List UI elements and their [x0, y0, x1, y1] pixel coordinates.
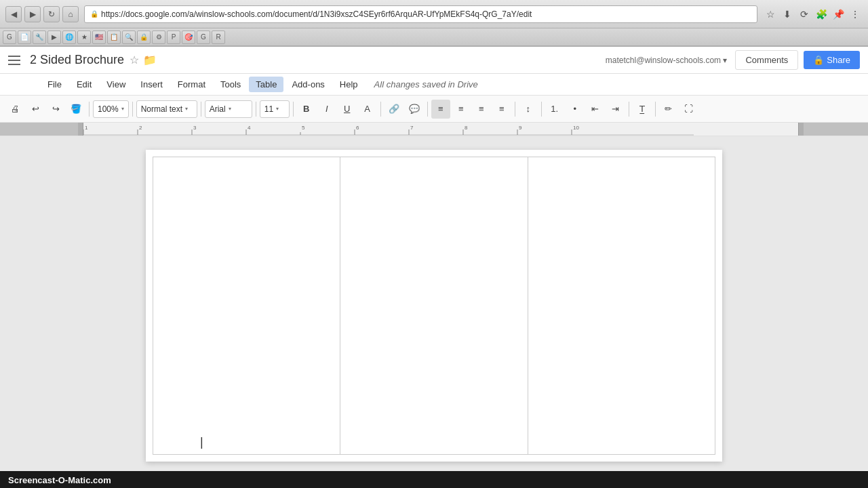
menu-help[interactable]: Help [333, 77, 365, 92]
align-right-button[interactable]: ≡ [472, 100, 491, 119]
ext-icon-11[interactable]: ⚙ [152, 30, 165, 44]
ext-icon-2[interactable]: 📄 [18, 30, 31, 44]
save-status: All changes saved in Drive [374, 79, 478, 89]
docs-menubar: File Edit View Insert Format Tools Table… [0, 74, 868, 96]
ext-icon-12[interactable]: P [167, 30, 180, 44]
pen-button[interactable]: ✏ [659, 100, 678, 119]
numbered-list-button[interactable]: 1. [545, 100, 564, 119]
download-icon[interactable]: ⬇ [780, 7, 795, 22]
italic-button[interactable]: I [317, 100, 336, 119]
toolbar-divider-1 [89, 102, 90, 117]
ext-icon-5[interactable]: 🌐 [62, 30, 76, 44]
home-button[interactable]: ⌂ [62, 6, 79, 22]
font-arrow-icon: ▾ [229, 106, 231, 112]
favorite-star-icon[interactable]: ☆ [130, 54, 139, 66]
browser-chrome: ◀ ▶ ↻ ⌂ 🔒 https://docs.google.com/a/wins… [0, 0, 868, 47]
menu-edit[interactable]: Edit [70, 77, 98, 92]
docs-ruler: 1 2 3 4 5 6 7 8 9 [0, 123, 868, 136]
bullet-list-button[interactable]: • [566, 100, 585, 119]
zoom-arrow-icon: ▾ [121, 106, 124, 112]
svg-text:1: 1 [85, 125, 88, 131]
screencast-branding: Screencast-O-Matic.com [8, 475, 111, 485]
ext-icon-3[interactable]: 🔧 [33, 30, 46, 44]
docs-titlebar: 2 Sided Brochure ☆ 📁 matetchl@winslow-sc… [0, 47, 868, 74]
ext-icon-10[interactable]: 🔒 [137, 30, 151, 44]
table-cell-1[interactable] [153, 157, 340, 455]
user-email[interactable]: matetchl@winslow-schools.com ▾ [606, 56, 728, 65]
menu-table[interactable]: Table [249, 77, 283, 92]
font-select[interactable]: Arial ▾ [205, 100, 252, 118]
insert-comment-button[interactable]: 💬 [405, 100, 424, 119]
clear-format-button[interactable]: T̲ [633, 100, 652, 119]
toolbar-divider-7 [427, 102, 428, 117]
menu-addons[interactable]: Add-ons [285, 77, 331, 92]
back-button[interactable]: ◀ [5, 6, 22, 22]
undo-button[interactable]: ↩ [26, 100, 45, 119]
browser-toolbar: ◀ ▶ ↻ ⌂ 🔒 https://docs.google.com/a/wins… [0, 0, 868, 28]
table-cell-3[interactable] [528, 157, 715, 455]
more-icon[interactable]: ⋮ [848, 7, 863, 22]
forward-button[interactable]: ▶ [24, 6, 41, 22]
extension-bar: G 📄 🔧 ▶ 🌐 ★ 🇺🇸 📋 🔍 🔒 ⚙ P 🎯 G R [0, 28, 868, 46]
ext-icon-15[interactable]: R [212, 30, 225, 44]
style-arrow-icon: ▾ [185, 106, 188, 112]
bookmark-star-icon[interactable]: ☆ [763, 7, 778, 22]
menu-tools[interactable]: Tools [214, 77, 248, 92]
ext-icon-4[interactable]: ▶ [47, 30, 61, 44]
sidebar-toggle-button[interactable] [8, 52, 24, 68]
font-size-select[interactable]: 11 ▾ [260, 100, 290, 118]
line-spacing-button[interactable]: ↕ [519, 100, 538, 119]
menu-file[interactable]: File [41, 77, 68, 92]
document-title[interactable]: 2 Sided Brochure [30, 53, 124, 67]
svg-text:10: 10 [573, 125, 579, 131]
toolbar-divider-8 [515, 102, 515, 117]
share-button[interactable]: 🔒 Share [804, 51, 860, 69]
sync-icon[interactable]: ⟳ [797, 7, 812, 22]
extensions-icon[interactable]: 🧩 [814, 7, 829, 22]
document-page[interactable]: | [146, 150, 722, 462]
zoom-select[interactable]: 100% ▾ [93, 100, 129, 118]
print-button[interactable]: 🖨 [5, 100, 24, 119]
table-cell-2[interactable] [340, 157, 528, 455]
svg-text:8: 8 [465, 125, 468, 131]
ext-icon-6[interactable]: ★ [77, 30, 91, 44]
pin-icon[interactable]: 📌 [831, 7, 846, 22]
svg-text:6: 6 [356, 125, 359, 131]
underline-button[interactable]: U [338, 100, 357, 119]
decrease-indent-button[interactable]: ⇤ [586, 100, 605, 119]
toolbar-divider-11 [655, 102, 656, 117]
ext-icon-1[interactable]: G [3, 30, 16, 44]
ext-icon-14[interactable]: G [197, 30, 210, 44]
comments-button[interactable]: Comments [735, 50, 798, 70]
folder-icon[interactable]: 📁 [143, 54, 157, 66]
menu-format[interactable]: Format [171, 77, 212, 92]
align-justify-button[interactable]: ≡ [492, 100, 511, 119]
increase-indent-button[interactable]: ⇥ [606, 100, 625, 119]
paint-format-button[interactable]: 🪣 [66, 100, 85, 119]
menu-insert[interactable]: Insert [134, 77, 170, 92]
menu-view[interactable]: View [100, 77, 132, 92]
share-lock-icon: 🔒 [813, 55, 824, 65]
paragraph-style-select[interactable]: Normal text ▾ [136, 100, 197, 118]
svg-text:7: 7 [410, 125, 414, 131]
ext-icon-7[interactable]: 🇺🇸 [92, 30, 106, 44]
text-color-button[interactable]: A [358, 100, 377, 119]
toolbar-divider-10 [629, 102, 629, 117]
toolbar-divider-6 [380, 102, 381, 117]
toolbar-divider-3 [201, 102, 201, 117]
address-bar[interactable]: 🔒 https://docs.google.com/a/winslow-scho… [84, 5, 757, 23]
ext-icon-9[interactable]: 🔍 [122, 30, 136, 44]
ext-icon-13[interactable]: 🎯 [182, 30, 195, 44]
redo-button[interactable]: ↪ [46, 100, 65, 119]
align-left-button[interactable]: ≡ [431, 100, 450, 119]
reload-button[interactable]: ↻ [43, 6, 60, 22]
insert-link-button[interactable]: 🔗 [384, 100, 403, 119]
document-table[interactable] [153, 157, 715, 455]
browser-icons: ☆ ⬇ ⟳ 🧩 📌 ⋮ [763, 7, 863, 22]
docs-app: 2 Sided Brochure ☆ 📁 matetchl@winslow-sc… [0, 47, 868, 471]
ext-icon-8[interactable]: 📋 [107, 30, 121, 44]
bold-button[interactable]: B [297, 100, 316, 119]
align-center-button[interactable]: ≡ [452, 100, 471, 119]
expand-button[interactable]: ⛶ [679, 100, 698, 119]
document-area[interactable]: | [0, 136, 868, 471]
